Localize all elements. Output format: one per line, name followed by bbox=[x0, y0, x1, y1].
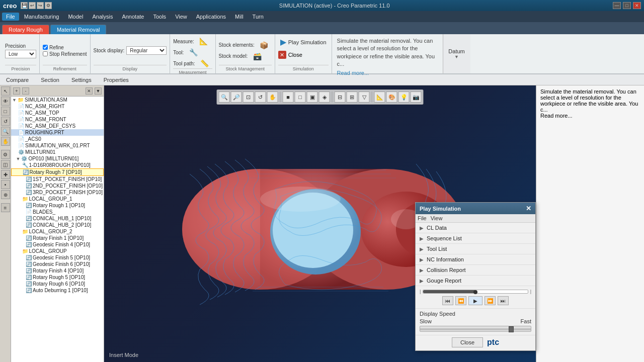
tree-item[interactable]: 🔄Rotary Rough 7 [OP10] bbox=[11, 168, 104, 176]
toolpath-btn[interactable]: 📏 bbox=[197, 58, 212, 68]
properties-btn[interactable]: Properties bbox=[101, 76, 132, 84]
layer-btn[interactable]: ≡ bbox=[1, 203, 10, 212]
vt-rotate[interactable]: ↺ bbox=[255, 92, 266, 103]
vt-wire[interactable]: □ bbox=[295, 92, 306, 103]
stop-refinement-checkbox[interactable] bbox=[43, 51, 48, 56]
point-btn[interactable]: • bbox=[1, 180, 10, 189]
tree-item[interactable]: 📁LOCAL_GROUP_2 bbox=[11, 228, 104, 235]
menu-manufacturing[interactable]: Manufacturing bbox=[20, 13, 63, 21]
menu-mill[interactable]: Mill bbox=[231, 13, 248, 21]
read-more-btn[interactable]: Read more... bbox=[540, 113, 640, 119]
tree-item[interactable]: 🔄Geodesic Finish 6 [OP10] bbox=[11, 261, 104, 267]
sim-fast-fwd-btn[interactable]: ⏭ bbox=[498, 296, 509, 305]
rotate-btn[interactable]: ↺ bbox=[1, 117, 10, 126]
tree-item[interactable]: 📄ROUGHING.PRT bbox=[11, 129, 104, 136]
compare-btn[interactable]: Compare bbox=[3, 76, 32, 84]
stock-model-btn[interactable]: 🗃️ bbox=[250, 51, 265, 61]
play-sim-close-x[interactable]: ✕ bbox=[526, 205, 531, 212]
close-btn[interactable]: ✕ bbox=[633, 2, 641, 9]
vt-fit[interactable]: ⊡ bbox=[243, 92, 254, 103]
tree-item[interactable]: 🔄Auto Deburring 1 [OP10] bbox=[11, 287, 104, 294]
sim-step-fwd-btn[interactable]: ⏩ bbox=[485, 296, 496, 305]
menu-applications[interactable]: Applications bbox=[192, 13, 230, 21]
sim-close-button[interactable]: Close bbox=[452, 337, 483, 347]
tree-item[interactable]: 📁LOCAL_GROUP_1 bbox=[11, 196, 104, 202]
tree-settings-btn[interactable]: ▼ bbox=[95, 87, 102, 95]
refine-checkbox[interactable] bbox=[43, 45, 48, 50]
tree-item[interactable]: 📄BLADES_ bbox=[11, 209, 104, 215]
vt-section[interactable]: ⊟ bbox=[335, 92, 346, 103]
zoom-btn[interactable]: 🔍 bbox=[1, 127, 10, 136]
sim-section-seqlist[interactable]: ▶ Sequence List bbox=[416, 233, 535, 244]
tree-item[interactable]: 📁LOCAL_GROUP bbox=[11, 248, 104, 254]
vt-xray[interactable]: ◈ bbox=[319, 92, 330, 103]
tree-item[interactable]: 🔧1-D16R08ROUGH [OP010] bbox=[11, 162, 104, 168]
sim-step-back-btn[interactable]: ⏪ bbox=[455, 296, 466, 305]
tree-item[interactable]: 🔄Rotary Finish 1 [OP10] bbox=[11, 235, 104, 241]
menu-model[interactable]: Model bbox=[64, 13, 87, 21]
csys-btn[interactable]: ⊕ bbox=[1, 190, 10, 199]
axis-btn[interactable]: ✚ bbox=[1, 170, 10, 179]
vt-pan[interactable]: ✋ bbox=[267, 92, 278, 103]
tree-item[interactable]: 🔄3RD_POCKET_FINISH [OP10] bbox=[11, 189, 104, 196]
tree-item[interactable]: 🔄CONICAL_HUB_2 [OP10] bbox=[11, 222, 104, 228]
sim-play-btn[interactable]: ▶ bbox=[468, 296, 482, 305]
stock-elements-btn[interactable]: 📦 bbox=[257, 40, 272, 50]
sim-section-ncinfo[interactable]: ▶ NC Information bbox=[416, 254, 535, 265]
sim-progress-bar[interactable] bbox=[423, 290, 528, 294]
tool-btn[interactable]: 🔧 bbox=[186, 47, 201, 57]
menu-view[interactable]: View bbox=[171, 13, 191, 21]
tree-collapse-btn[interactable]: - bbox=[22, 87, 29, 95]
tree-item[interactable]: 📄NC_ASM_FRONT bbox=[11, 116, 104, 123]
tree-item[interactable]: 🔄Rotary Finish 4 [OP10] bbox=[11, 267, 104, 274]
precision-select[interactable]: Low Medium High bbox=[5, 50, 36, 58]
stop-refinement-check[interactable]: Stop Refinement bbox=[43, 51, 87, 57]
quick-access-btn[interactable]: 💾 bbox=[21, 2, 28, 9]
vt-appearance[interactable]: 🎨 bbox=[386, 92, 397, 103]
sim-rewind-btn[interactable]: ⏮ bbox=[442, 296, 453, 305]
restore-btn[interactable]: □ bbox=[623, 2, 631, 9]
vt-zoom-out[interactable]: 🔎 bbox=[231, 92, 242, 103]
menu-turn[interactable]: Turn bbox=[249, 13, 268, 21]
tree-item[interactable]: ⚙️MILLTURN01 bbox=[11, 149, 104, 155]
play-sim-menu-file[interactable]: File bbox=[418, 215, 427, 221]
menu-file[interactable]: File bbox=[2, 13, 19, 21]
minimize-btn[interactable]: — bbox=[613, 2, 621, 9]
tree-item[interactable]: 🔄1ST_POCKET_FINISH [OP10] bbox=[11, 176, 104, 183]
simulation-close-btn[interactable]: ✕ bbox=[278, 51, 286, 59]
plane-btn[interactable]: ◫ bbox=[1, 160, 10, 169]
speed-slider[interactable] bbox=[420, 326, 531, 332]
vt-shaded[interactable]: ■ bbox=[283, 92, 294, 103]
tab-material-removal[interactable]: Material Removal bbox=[50, 25, 107, 34]
vt-lights[interactable]: 💡 bbox=[398, 92, 410, 103]
tree-item[interactable]: 📄NC_ASM_RIGHT bbox=[11, 103, 104, 110]
menu-annotate[interactable]: Annotate bbox=[118, 13, 148, 21]
tree-item[interactable]: 📄SIMULATION_WRK_01.PRT bbox=[11, 142, 104, 149]
tree-item[interactable]: 📄NC_ASM_DEF_CSYS bbox=[11, 123, 104, 129]
section-btn[interactable]: Section bbox=[38, 76, 62, 84]
feature-btn[interactable]: ⚙ bbox=[1, 150, 10, 159]
tree-item[interactable]: 🔄Rotary Rough 6 [OP10] bbox=[11, 281, 104, 287]
tree-item[interactable]: 🔄2ND_POCKET_FINISH [OP10] bbox=[11, 183, 104, 189]
vt-measure[interactable]: 📐 bbox=[374, 92, 385, 103]
pan-btn[interactable]: ✋ bbox=[1, 137, 10, 146]
vt-camera[interactable]: 📷 bbox=[411, 92, 422, 103]
stock-display-select[interactable]: Regular Transparent bbox=[126, 46, 167, 55]
menu-tools[interactable]: Tools bbox=[149, 13, 170, 21]
read-more-link[interactable]: Read more... bbox=[337, 69, 438, 77]
vt-zoom-in[interactable]: 🔍 bbox=[219, 92, 230, 103]
undo-btn[interactable]: ↩ bbox=[29, 2, 36, 9]
view-mode-btn[interactable]: 👁 bbox=[1, 97, 10, 106]
settings-btn[interactable]: ⚙ bbox=[45, 2, 52, 9]
tree-item[interactable]: 🔄CONICAL_HUB_1 [OP10] bbox=[11, 215, 104, 222]
select-tool-btn[interactable]: ↖ bbox=[1, 86, 10, 96]
tree-item[interactable]: 🔄Rotary Rough 1 [OP10] bbox=[11, 202, 104, 209]
vt-orient[interactable]: ⊞ bbox=[347, 92, 358, 103]
measure-btn[interactable]: 📐 bbox=[196, 36, 211, 46]
tree-item[interactable]: 📄NC_ASM_TOP bbox=[11, 110, 104, 116]
sim-section-cldata[interactable]: ▶ CL Data bbox=[416, 223, 535, 233]
vt-named-view[interactable]: ▽ bbox=[359, 92, 370, 103]
tree-item[interactable]: ▼⚙️OP010 [MILLTURN01] bbox=[11, 155, 104, 162]
refine-check[interactable]: Refine bbox=[43, 45, 87, 50]
datum-panel[interactable]: Datum ▼ bbox=[443, 34, 470, 73]
